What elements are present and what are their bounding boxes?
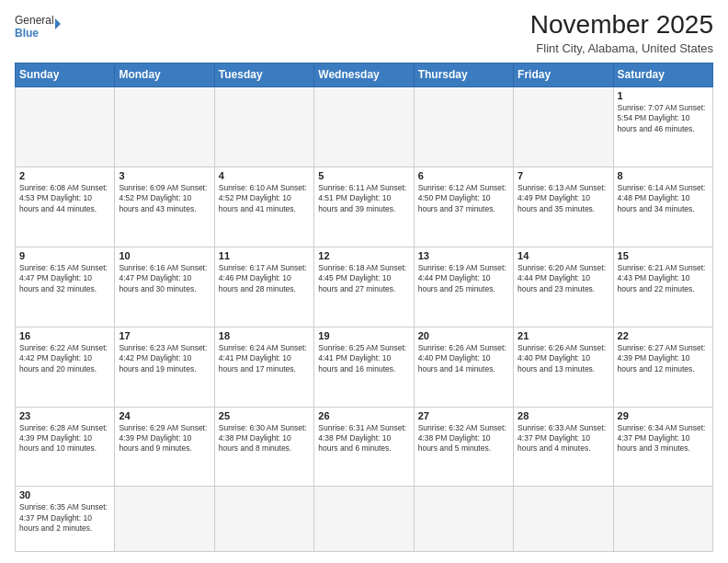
day-number: 15 <box>618 250 709 261</box>
day-info: Sunrise: 6:12 AM Sunset: 4:50 PM Dayligh… <box>418 183 509 214</box>
calendar-cell: 16Sunrise: 6:22 AM Sunset: 4:42 PM Dayli… <box>16 327 115 407</box>
calendar-cell <box>16 86 115 167</box>
day-info: Sunrise: 6:26 AM Sunset: 4:40 PM Dayligh… <box>518 343 609 374</box>
day-number: 17 <box>119 330 210 341</box>
page: General Blue November 2025 Flint City, A… <box>0 0 728 563</box>
day-number: 10 <box>119 250 210 261</box>
day-number: 25 <box>219 410 310 421</box>
day-info: Sunrise: 6:31 AM Sunset: 4:38 PM Dayligh… <box>318 423 409 454</box>
svg-text:General: General <box>15 14 54 27</box>
calendar-week-row: 23Sunrise: 6:28 AM Sunset: 4:39 PM Dayli… <box>16 407 713 487</box>
weekday-header-sunday: Sunday <box>16 63 115 86</box>
calendar-cell <box>214 487 313 552</box>
weekday-header-thursday: Thursday <box>414 63 513 86</box>
calendar-cell: 20Sunrise: 6:26 AM Sunset: 4:40 PM Dayli… <box>414 327 513 407</box>
day-number: 27 <box>418 410 509 421</box>
day-number: 20 <box>418 330 509 341</box>
calendar-cell: 24Sunrise: 6:29 AM Sunset: 4:39 PM Dayli… <box>115 407 214 487</box>
calendar-cell <box>115 86 214 167</box>
day-info: Sunrise: 6:22 AM Sunset: 4:42 PM Dayligh… <box>19 343 110 374</box>
day-number: 19 <box>318 330 409 341</box>
day-info: Sunrise: 6:20 AM Sunset: 4:44 PM Dayligh… <box>518 263 609 294</box>
calendar-cell: 21Sunrise: 6:26 AM Sunset: 4:40 PM Dayli… <box>514 327 613 407</box>
day-number: 26 <box>318 410 409 421</box>
day-info: Sunrise: 6:18 AM Sunset: 4:45 PM Dayligh… <box>318 263 409 294</box>
calendar-week-row: 16Sunrise: 6:22 AM Sunset: 4:42 PM Dayli… <box>16 327 713 407</box>
day-number: 21 <box>518 330 609 341</box>
calendar-cell: 28Sunrise: 6:33 AM Sunset: 4:37 PM Dayli… <box>514 407 613 487</box>
logo: General Blue <box>15 11 61 44</box>
calendar-week-row: 30Sunrise: 6:35 AM Sunset: 4:37 PM Dayli… <box>16 487 713 552</box>
generalblue-logo-icon: General Blue <box>15 11 61 44</box>
calendar-cell: 14Sunrise: 6:20 AM Sunset: 4:44 PM Dayli… <box>514 247 613 327</box>
calendar-cell: 15Sunrise: 6:21 AM Sunset: 4:43 PM Dayli… <box>613 247 712 327</box>
calendar-cell <box>314 487 414 552</box>
day-info: Sunrise: 6:13 AM Sunset: 4:49 PM Dayligh… <box>518 183 609 214</box>
day-number: 29 <box>618 410 709 421</box>
day-number: 7 <box>518 170 609 181</box>
calendar-cell: 25Sunrise: 6:30 AM Sunset: 4:38 PM Dayli… <box>214 407 313 487</box>
calendar-cell: 17Sunrise: 6:23 AM Sunset: 4:42 PM Dayli… <box>115 327 214 407</box>
day-info: Sunrise: 6:15 AM Sunset: 4:47 PM Dayligh… <box>19 263 110 294</box>
calendar-cell: 10Sunrise: 6:16 AM Sunset: 4:47 PM Dayli… <box>115 247 214 327</box>
day-info: Sunrise: 7:07 AM Sunset: 5:54 PM Dayligh… <box>618 103 709 134</box>
calendar-cell: 19Sunrise: 6:25 AM Sunset: 4:41 PM Dayli… <box>314 327 414 407</box>
calendar-cell: 7Sunrise: 6:13 AM Sunset: 4:49 PM Daylig… <box>514 167 613 247</box>
day-info: Sunrise: 6:34 AM Sunset: 4:37 PM Dayligh… <box>618 423 709 454</box>
weekday-header-row: SundayMondayTuesdayWednesdayThursdayFrid… <box>16 63 713 86</box>
day-number: 13 <box>418 250 509 261</box>
calendar-cell <box>414 487 513 552</box>
svg-text:Blue: Blue <box>15 27 39 40</box>
calendar-cell: 26Sunrise: 6:31 AM Sunset: 4:38 PM Dayli… <box>314 407 414 487</box>
day-number: 4 <box>219 170 310 181</box>
day-info: Sunrise: 6:11 AM Sunset: 4:51 PM Dayligh… <box>318 183 409 214</box>
calendar-cell <box>514 86 613 167</box>
title-block: November 2025 Flint City, Alabama, Unite… <box>530 11 713 55</box>
day-number: 18 <box>219 330 310 341</box>
calendar-cell <box>514 487 613 552</box>
day-number: 5 <box>318 170 409 181</box>
calendar-cell: 29Sunrise: 6:34 AM Sunset: 4:37 PM Dayli… <box>613 407 712 487</box>
calendar-cell: 1Sunrise: 7:07 AM Sunset: 5:54 PM Daylig… <box>613 86 712 167</box>
day-number: 22 <box>618 330 709 341</box>
calendar-cell: 27Sunrise: 6:32 AM Sunset: 4:38 PM Dayli… <box>414 407 513 487</box>
day-info: Sunrise: 6:16 AM Sunset: 4:47 PM Dayligh… <box>119 263 210 294</box>
header: General Blue November 2025 Flint City, A… <box>15 11 713 55</box>
calendar-cell <box>214 86 313 167</box>
calendar-cell: 5Sunrise: 6:11 AM Sunset: 4:51 PM Daylig… <box>314 167 414 247</box>
calendar-cell: 11Sunrise: 6:17 AM Sunset: 4:46 PM Dayli… <box>214 247 313 327</box>
day-info: Sunrise: 6:24 AM Sunset: 4:41 PM Dayligh… <box>219 343 310 374</box>
day-number: 3 <box>119 170 210 181</box>
calendar-cell: 22Sunrise: 6:27 AM Sunset: 4:39 PM Dayli… <box>613 327 712 407</box>
day-number: 23 <box>19 410 110 421</box>
day-number: 6 <box>418 170 509 181</box>
day-number: 30 <box>19 489 110 500</box>
calendar-cell: 9Sunrise: 6:15 AM Sunset: 4:47 PM Daylig… <box>16 247 115 327</box>
calendar-cell <box>613 487 712 552</box>
weekday-header-monday: Monday <box>115 63 214 86</box>
day-info: Sunrise: 6:09 AM Sunset: 4:52 PM Dayligh… <box>119 183 210 214</box>
day-number: 28 <box>518 410 609 421</box>
calendar-week-row: 1Sunrise: 7:07 AM Sunset: 5:54 PM Daylig… <box>16 86 713 167</box>
weekday-header-tuesday: Tuesday <box>214 63 313 86</box>
day-number: 11 <box>219 250 310 261</box>
calendar-cell: 12Sunrise: 6:18 AM Sunset: 4:45 PM Dayli… <box>314 247 414 327</box>
day-info: Sunrise: 6:14 AM Sunset: 4:48 PM Dayligh… <box>618 183 709 214</box>
weekday-header-wednesday: Wednesday <box>314 63 414 86</box>
calendar-cell: 3Sunrise: 6:09 AM Sunset: 4:52 PM Daylig… <box>115 167 214 247</box>
day-number: 12 <box>318 250 409 261</box>
day-info: Sunrise: 6:30 AM Sunset: 4:38 PM Dayligh… <box>219 423 310 454</box>
calendar-cell <box>414 86 513 167</box>
weekday-header-saturday: Saturday <box>613 63 712 86</box>
day-info: Sunrise: 6:10 AM Sunset: 4:52 PM Dayligh… <box>219 183 310 214</box>
day-info: Sunrise: 6:28 AM Sunset: 4:39 PM Dayligh… <box>19 423 110 454</box>
calendar-cell: 18Sunrise: 6:24 AM Sunset: 4:41 PM Dayli… <box>214 327 313 407</box>
day-number: 24 <box>119 410 210 421</box>
calendar-cell: 2Sunrise: 6:08 AM Sunset: 4:53 PM Daylig… <box>16 167 115 247</box>
calendar-cell: 8Sunrise: 6:14 AM Sunset: 4:48 PM Daylig… <box>613 167 712 247</box>
day-info: Sunrise: 6:21 AM Sunset: 4:43 PM Dayligh… <box>618 263 709 294</box>
calendar-table: SundayMondayTuesdayWednesdayThursdayFrid… <box>15 63 713 552</box>
day-info: Sunrise: 6:29 AM Sunset: 4:39 PM Dayligh… <box>119 423 210 454</box>
day-info: Sunrise: 6:32 AM Sunset: 4:38 PM Dayligh… <box>418 423 509 454</box>
day-info: Sunrise: 6:35 AM Sunset: 4:37 PM Dayligh… <box>19 502 110 534</box>
